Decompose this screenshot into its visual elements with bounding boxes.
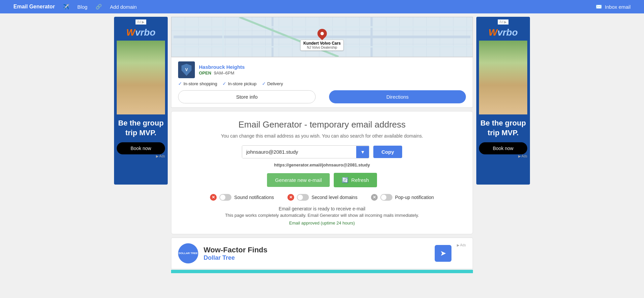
pin-dot — [315, 27, 329, 40]
pin-label-title: Kundert Volvo Cars — [303, 41, 340, 46]
right-ad-logo-w: W — [488, 27, 497, 38]
feature-label-2: In-store pickup — [228, 81, 256, 86]
right-ad-corner: ▶ Ads — [518, 154, 527, 158]
refresh-button[interactable]: 🔄 Refresh — [334, 173, 377, 187]
email-generator-box: Email Generator - temporary email addres… — [171, 111, 473, 234]
right-ad-logo: Wvrbo — [479, 27, 527, 38]
dealer-name[interactable]: Hasbrouck Heights — [199, 64, 245, 70]
bottom-teal-bar — [171, 270, 473, 273]
popup-toggle-switch[interactable] — [380, 194, 392, 201]
top-nav: Email Generator ✈️ Blog 🔗 Add domain ✉️ … — [0, 0, 644, 13]
second-level-toggle: ✕ Second level domains — [287, 194, 358, 201]
left-ad-logo-v: W — [126, 27, 135, 38]
bottom-ad-text: Wow-Factor Finds Dollar Tree — [204, 246, 429, 261]
email-link-value: johnsauro@2081.study — [322, 162, 370, 167]
inbox-icon: ✉️ — [596, 4, 602, 10]
dealer-hours: 9AM–6PM — [214, 70, 234, 76]
pin-label: Kundert Volvo Cars NJ Volvo Dealership — [300, 40, 343, 51]
dealer-logo: V — [178, 61, 195, 78]
right-ad-image — [479, 41, 527, 114]
dealer-meta: Hasbrouck Heights OPEN 9AM–6PM — [199, 64, 245, 76]
email-input-row: ▼ Copy — [185, 145, 459, 158]
left-ad-text: Be the group trip MVP. — [117, 118, 165, 138]
popup-label: Pop-up notification — [395, 195, 434, 200]
right-ad-book-btn[interactable]: Book now — [479, 142, 527, 154]
pin-label-sub: NJ Volvo Dealership — [303, 46, 340, 49]
toggle-row: ✕ Sound notifications ✕ Second level dom… — [185, 194, 459, 201]
nav-add-domain-link[interactable]: Add domain — [110, 4, 137, 10]
status-text: Email generator is ready to receive e-ma… — [185, 206, 459, 211]
left-ad-logo-rbo: vrbo — [135, 27, 156, 38]
nav-right: ✉️ Inbox email — [596, 4, 631, 10]
map-area: Kundert Volvo Cars NJ Volvo Dealership — [171, 17, 473, 57]
right-ad-text: Be the group trip MVP. — [479, 118, 527, 138]
nav-inbox-link[interactable]: Inbox email — [605, 4, 631, 10]
feature-delivery: ✓ Delivery — [262, 81, 283, 86]
right-ad-inner: Wvrbo Be the group trip MVP. Book now — [479, 24, 527, 154]
bottom-ad-logo-text: DOLLAR TREE — [179, 252, 198, 255]
second-x-icon: ✕ — [287, 194, 294, 201]
dealer-shield: V — [181, 64, 192, 76]
sound-label: Sound notifications — [234, 195, 274, 200]
left-ad: Ad ▶ Wvrbo Be the group trip MVP. Book n… — [114, 17, 168, 185]
left-ad-inner: Wvrbo Be the group trip MVP. Book now — [117, 24, 165, 154]
right-ad-logo-vrbo: vrbo — [497, 27, 518, 38]
generate-button[interactable]: Generate new e-mail — [267, 173, 330, 187]
refresh-label: Refresh — [351, 177, 369, 183]
left-ad-corner: ▶ Ads — [156, 154, 165, 158]
feature-in-store-shopping: ✓ In-store shopping — [178, 81, 217, 86]
status-subtitle: This page works completely automatically… — [185, 213, 459, 218]
feature-label-3: Delivery — [267, 81, 283, 86]
action-row: Generate new e-mail 🔄 Refresh — [185, 173, 459, 187]
check-icon-2: ✓ — [222, 81, 226, 86]
email-dropdown-btn[interactable]: ▼ — [356, 146, 369, 158]
bottom-ad-nav-icon: ➤ — [435, 245, 451, 262]
dealer-features: ✓ In-store shopping ✓ In-store pickup ✓ … — [178, 81, 466, 86]
popup-toggle: ✕ Pop-up notification — [371, 194, 434, 201]
feature-in-store-pickup: ✓ In-store pickup — [222, 81, 256, 86]
left-ad-logo: Wvrbo — [117, 27, 165, 38]
nav-blog-link[interactable]: Blog — [77, 4, 88, 10]
check-icon-1: ✓ — [178, 81, 182, 86]
copy-button[interactable]: Copy — [373, 146, 402, 158]
dealer-open-badge: OPEN — [199, 70, 211, 76]
bottom-ad: DOLLAR TREE Wow-Factor Finds Dollar Tree… — [171, 238, 473, 269]
bottom-ad-logo: DOLLAR TREE — [178, 243, 198, 263]
right-ad: Ad ▶ Wvrbo Be the group trip MVP. Book n… — [476, 17, 530, 185]
bottom-ad-sub: Dollar Tree — [204, 254, 429, 261]
sound-x-icon: ✕ — [210, 194, 217, 201]
right-ad-label: Ad ▶ — [498, 19, 508, 24]
email-gen-title: Email Generator - temporary email addres… — [185, 119, 459, 130]
bottom-ad-title: Wow-Factor Finds — [204, 246, 429, 254]
dealer-status: OPEN 9AM–6PM — [199, 70, 245, 76]
sound-toggle-switch[interactable] — [219, 194, 231, 201]
page-wrapper: Ad ▶ Wvrbo Be the group trip MVP. Book n… — [0, 13, 644, 298]
approved-link[interactable]: Email approved (uptime 24 hours) — [289, 220, 355, 226]
left-ad-book-btn[interactable]: Book now — [117, 142, 165, 154]
popup-x-icon: ✕ — [371, 194, 378, 201]
map-pin: Kundert Volvo Cars NJ Volvo Dealership — [300, 29, 343, 51]
email-input-wrapper: ▼ — [242, 145, 369, 158]
action-buttons: Store info Directions — [178, 90, 466, 103]
bottom-ad-corner: ▶ Ads — [457, 243, 466, 247]
refresh-icon: 🔄 — [342, 177, 348, 183]
check-icon-3: ✓ — [262, 81, 266, 86]
nav-title: Email Generator — [13, 4, 55, 10]
left-ad-label: Ad ▶ — [136, 19, 146, 24]
store-info-button[interactable]: Store info — [178, 90, 316, 103]
nav-left: Email Generator ✈️ Blog 🔗 Add domain — [13, 4, 137, 10]
nav-icon-add: 🔗 — [96, 4, 102, 10]
email-link-prefix: https://generator.email/ — [274, 162, 322, 167]
directions-button[interactable]: Directions — [329, 90, 466, 103]
left-ad-image — [117, 41, 165, 114]
pin-inner — [320, 31, 324, 36]
dealer-info-bar: V Hasbrouck Heights OPEN 9AM–6PM ✓ In-st… — [171, 57, 473, 108]
sound-notifications-toggle: ✕ Sound notifications — [210, 194, 274, 201]
email-link: https://generator.email/johnsauro@2081.s… — [185, 162, 459, 167]
email-gen-subtitle: You can change this email address as you… — [185, 133, 459, 139]
nav-icon-blog: ✈️ — [63, 4, 69, 10]
second-toggle-switch[interactable] — [297, 194, 309, 201]
dealer-header: V Hasbrouck Heights OPEN 9AM–6PM — [178, 61, 466, 78]
second-level-label: Second level domains — [312, 195, 358, 200]
email-input[interactable] — [242, 146, 356, 158]
